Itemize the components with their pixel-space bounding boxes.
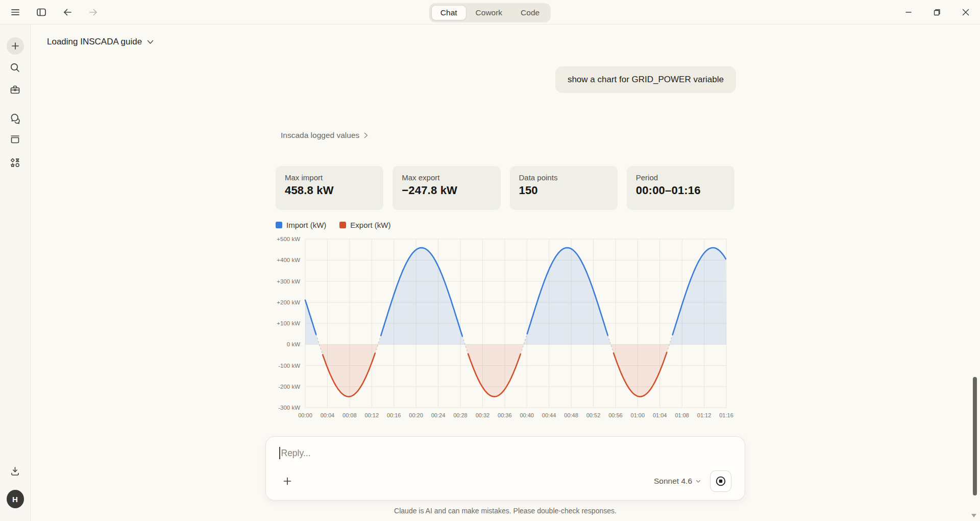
chevron-right-icon [364, 132, 368, 138]
svg-text:00:48: 00:48 [564, 412, 578, 418]
svg-text:-300 kW: -300 kW [278, 405, 300, 411]
briefcase-icon [10, 84, 20, 95]
stat-label: Max import [285, 173, 374, 182]
mode-tabs: Chat Cowork Code [429, 3, 551, 22]
sidebar-item-cowork[interactable] [7, 81, 24, 98]
svg-text:01:16: 01:16 [719, 412, 733, 418]
reply-input[interactable]: Reply... [279, 447, 731, 459]
stat-card-data-points: Data points 150 [510, 166, 618, 210]
reply-placeholder: Reply... [281, 448, 311, 459]
svg-text:01:04: 01:04 [653, 412, 667, 418]
vertical-scrollbar-thumb[interactable] [973, 377, 977, 495]
svg-text:01:08: 01:08 [675, 412, 689, 418]
tab-cowork[interactable]: Cowork [467, 5, 512, 20]
svg-text:00:08: 00:08 [342, 412, 357, 418]
svg-text:00:28: 00:28 [453, 412, 468, 418]
stat-card-period: Period 00:00–01:16 [627, 166, 734, 210]
tray-box-icon [10, 134, 20, 145]
line-chart-canvas: +500 kW+400 kW+300 kW+200 kW+100 kW0 kW-… [265, 233, 745, 423]
user-message-bubble: show a chart for GRID_POWER variable [555, 66, 736, 93]
svg-text:00:32: 00:32 [476, 412, 490, 418]
minimize-icon [905, 9, 912, 16]
forward-arrow-icon [88, 7, 99, 17]
voice-stop-button[interactable] [710, 470, 731, 492]
stat-label: Data points [519, 173, 608, 182]
svg-text:00:24: 00:24 [431, 412, 446, 418]
forward-button[interactable] [86, 5, 101, 19]
hamburger-icon [10, 7, 20, 17]
back-arrow-icon [62, 7, 72, 17]
minimize-button[interactable] [903, 7, 914, 17]
text-caret [279, 447, 280, 459]
hamburger-menu-button[interactable] [8, 5, 22, 19]
back-button[interactable] [60, 5, 75, 19]
tab-chat[interactable]: Chat [431, 5, 467, 20]
sidebar-item-connectors[interactable] [7, 154, 24, 171]
stat-label: Period [636, 173, 725, 182]
chat-main: Loading INSCADA guide show a chart for G… [31, 25, 980, 521]
grid-power-chart: +500 kW+400 kW+300 kW+200 kW+100 kW0 kW-… [265, 233, 745, 423]
model-selector[interactable]: Sonnet 4.6 [654, 477, 701, 486]
scroll-down-arrow[interactable] [971, 514, 976, 517]
svg-text:+300 kW: +300 kW [277, 278, 300, 285]
sidebar-item-projects[interactable] [7, 130, 24, 148]
sidebar-item-chats[interactable] [7, 110, 24, 127]
reply-composer[interactable]: Reply... Sonnet 4.6 [265, 436, 745, 501]
avatar: H [7, 490, 24, 508]
legend-label: Import (kW) [286, 221, 326, 229]
chevron-down-icon [147, 40, 154, 44]
restore-button[interactable] [932, 7, 942, 17]
chat-bubbles-icon [10, 113, 21, 124]
svg-text:00:00: 00:00 [298, 412, 312, 418]
svg-text:00:40: 00:40 [520, 412, 534, 418]
svg-text:-200 kW: -200 kW [278, 384, 300, 390]
stop-record-icon [715, 476, 726, 487]
account-avatar[interactable]: H [7, 490, 24, 508]
close-icon [962, 9, 969, 16]
tab-code[interactable]: Code [511, 5, 549, 20]
sidebar-panel-icon [36, 7, 46, 17]
titlebar: Chat Cowork Code [0, 0, 980, 25]
svg-text:0 kW: 0 kW [287, 341, 300, 347]
svg-text:00:44: 00:44 [542, 412, 556, 418]
shapes-grid-icon [10, 157, 20, 168]
export-swatch [339, 222, 346, 228]
tool-call-row[interactable]: Inscada logged values [281, 131, 368, 140]
stat-value: 458.8 kW [285, 184, 374, 197]
search-icon [10, 62, 20, 73]
attach-button[interactable] [279, 473, 296, 489]
svg-text:01:12: 01:12 [697, 412, 712, 418]
stat-card-max-import: Max import 458.8 kW [276, 166, 383, 210]
chart-legend: Import (kW) Export (kW) [276, 221, 391, 229]
chevron-down-icon [696, 480, 701, 483]
svg-text:-100 kW: -100 kW [278, 363, 300, 369]
stat-value: 150 [519, 184, 608, 197]
sidebar-toggle-button[interactable] [34, 5, 48, 19]
restore-window-icon [934, 9, 941, 16]
legend-item-export[interactable]: Export (kW) [339, 221, 390, 229]
svg-text:00:04: 00:04 [321, 412, 335, 418]
svg-text:+400 kW: +400 kW [277, 257, 300, 263]
stat-card-max-export: Max export −247.8 kW [393, 166, 500, 210]
legend-label: Export (kW) [350, 221, 390, 229]
svg-text:00:56: 00:56 [608, 412, 623, 418]
svg-text:01:00: 01:00 [631, 412, 645, 418]
sidebar-rail: H [0, 25, 31, 521]
plus-icon [282, 476, 292, 486]
svg-text:+200 kW: +200 kW [277, 299, 300, 305]
svg-text:+100 kW: +100 kW [277, 320, 300, 326]
sidebar-item-search[interactable] [7, 59, 24, 76]
close-button[interactable] [961, 7, 971, 17]
stat-value: 00:00–01:16 [636, 184, 725, 197]
download-icon [10, 466, 20, 477]
conversation-title-dropdown[interactable]: Loading INSCADA guide [47, 37, 154, 47]
import-swatch [276, 222, 282, 228]
ai-disclaimer: Claude is AI and can make mistakes. Plea… [265, 507, 745, 515]
legend-item-import[interactable]: Import (kW) [276, 221, 326, 229]
svg-text:00:20: 00:20 [409, 412, 423, 418]
sidebar-item-downloads[interactable] [7, 462, 24, 480]
new-chat-button[interactable] [7, 37, 24, 55]
svg-text:00:16: 00:16 [387, 412, 401, 418]
svg-text:+500 kW: +500 kW [277, 236, 300, 242]
model-label: Sonnet 4.6 [654, 477, 692, 486]
